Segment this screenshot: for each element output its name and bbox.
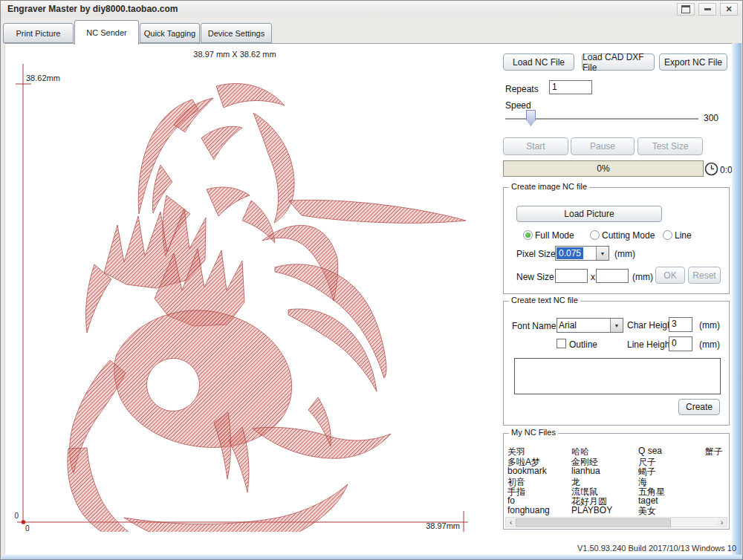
app-window: Engraver Master by diy8000.taobao.com ✕ … — [0, 0, 743, 560]
pixel-size-label: Pixel Size — [516, 249, 556, 259]
minimize-icon — [704, 8, 711, 10]
font-name-combo[interactable]: Arial ▼ — [557, 318, 623, 333]
char-height-input[interactable]: 3 — [669, 317, 692, 332]
load-cad-dxf-button[interactable]: Load CAD DXF File — [582, 53, 655, 71]
tab-nc-sender[interactable]: NC Sender — [74, 20, 139, 45]
load-nc-file-button[interactable]: Load NC File — [503, 53, 574, 71]
new-size-separator: x — [591, 272, 595, 282]
test-size-button[interactable]: Test Size — [637, 137, 703, 155]
nc-file-item[interactable]: bookmark — [507, 466, 547, 476]
minimize-button[interactable] — [698, 3, 716, 16]
export-nc-file-button[interactable]: Export NC File — [659, 53, 727, 71]
tab-device-settings[interactable]: Device Settings — [201, 23, 272, 43]
rollup-button[interactable] — [677, 3, 695, 16]
progress-value: 0% — [597, 163, 609, 174]
pixel-size-unit: (mm) — [614, 249, 635, 259]
nc-file-item[interactable]: taget — [638, 495, 658, 506]
new-size-label: New Size — [516, 272, 554, 282]
width-ruler-label: 38.97mm — [426, 521, 460, 530]
nc-file-item[interactable]: lianhua — [571, 466, 600, 476]
engraving-canvas[interactable]: 38.62mm 38.97mm 0 0 — [7, 42, 497, 532]
my-nc-files-title: My NC Files — [509, 428, 558, 437]
create-button[interactable]: Create — [678, 399, 720, 415]
close-icon: ✕ — [725, 5, 732, 13]
tab-strip: Print Picture NC Sender Quick Tagging De… — [1, 17, 742, 44]
rollup-icon — [681, 5, 690, 13]
nc-file-item[interactable]: Q sea — [638, 446, 662, 456]
reset-button[interactable]: Reset — [688, 267, 721, 284]
nc-file-item[interactable]: 美女 — [638, 505, 656, 518]
font-name-value: Arial — [557, 319, 610, 332]
font-name-dropdown-arrow-icon[interactable]: ▼ — [610, 319, 623, 332]
nc-files-scrollbar[interactable]: ‹ › — [505, 517, 727, 527]
title-bar: Engraver Master by diy8000.taobao.com ✕ — [1, 1, 742, 17]
window-controls: ✕ — [677, 3, 738, 16]
nc-file-item[interactable]: fonghuang — [507, 505, 550, 515]
load-picture-button[interactable]: Load Picture — [516, 206, 662, 222]
pixel-size-dropdown-arrow-icon[interactable]: ▼ — [596, 247, 609, 260]
origin-dot — [22, 520, 26, 524]
new-size-height-input[interactable] — [596, 269, 629, 283]
new-size-width-input[interactable] — [555, 269, 588, 283]
pause-button[interactable]: Pause — [571, 137, 635, 155]
close-button[interactable]: ✕ — [720, 3, 738, 16]
pixel-size-combo[interactable]: 0.075 ▼ — [555, 246, 609, 261]
nc-file-item[interactable]: 蟹子 — [705, 446, 723, 458]
nc-file-item[interactable]: fo — [507, 495, 515, 506]
scroll-left-icon[interactable]: ‹ — [506, 518, 516, 527]
char-height-label: Char Height — [627, 320, 675, 331]
radio-line-mode[interactable] — [663, 230, 672, 240]
radio-cutting-mode-label[interactable]: Cutting Mode — [602, 230, 655, 241]
clock-icon — [704, 162, 718, 176]
radio-cutting-mode[interactable] — [590, 230, 600, 240]
progress-bar: 0% — [503, 160, 704, 177]
line-height-input[interactable]: 0 — [669, 336, 692, 351]
origin-zero-top: 0 — [14, 512, 19, 520]
window-right-edge — [732, 43, 742, 555]
tab-quick-tagging[interactable]: Quick Tagging — [140, 23, 200, 43]
origin-zero-bottom: 0 — [25, 524, 30, 532]
radio-line-mode-label[interactable]: Line — [675, 230, 692, 241]
ok-button[interactable]: OK — [655, 267, 685, 284]
scrollbar-thumb[interactable] — [516, 518, 671, 527]
tab-print-picture[interactable]: Print Picture — [3, 23, 74, 43]
outline-checkbox[interactable] — [557, 339, 566, 348]
version-status: V1.50.93.240 Build 2017/10/13 Windows 10 — [476, 544, 736, 553]
radio-full-mode[interactable] — [523, 230, 533, 240]
window-title: Engraver Master by diy8000.taobao.com — [7, 4, 178, 14]
font-name-label: Font Name — [512, 321, 556, 331]
pixel-size-value: 0.075 — [557, 247, 583, 259]
window-bottom-edge — [1, 555, 742, 560]
new-size-unit: (mm) — [632, 272, 653, 282]
repeats-label: Repeats — [505, 84, 539, 94]
outline-label[interactable]: Outline — [569, 339, 597, 350]
start-button[interactable]: Start — [503, 137, 568, 155]
char-height-unit: (mm) — [699, 320, 720, 331]
text-content-input[interactable] — [514, 358, 721, 394]
scorpion-artwork — [68, 83, 466, 532]
radio-full-mode-label[interactable]: Full Mode — [535, 230, 574, 241]
line-height-label: Line Height — [627, 339, 672, 350]
speed-value: 300 — [704, 113, 718, 123]
height-ruler-label: 38.62mm — [26, 74, 60, 82]
repeats-input[interactable]: 1 — [549, 80, 592, 94]
speed-label: Speed — [505, 100, 531, 111]
scroll-right-icon[interactable]: › — [717, 518, 727, 527]
nc-file-item[interactable]: PLAYBOY — [571, 505, 612, 515]
create-image-nc-title: Create image NC file — [509, 182, 589, 191]
line-height-unit: (mm) — [699, 339, 720, 350]
create-text-nc-title: Create text NC file — [509, 296, 580, 305]
